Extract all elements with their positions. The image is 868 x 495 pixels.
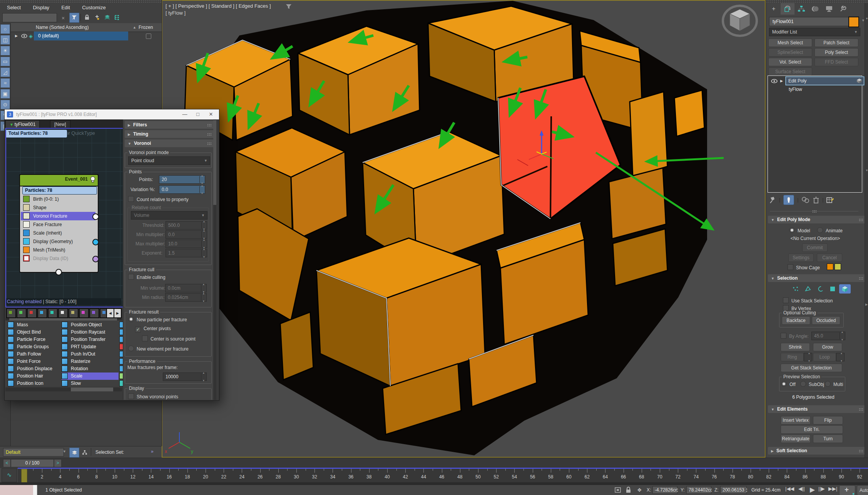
loop-spinner[interactable]: ▲▼ [836,353,845,361]
viewport-filter-icon[interactable] [286,4,292,9]
show-cage-checkbox[interactable]: Show Cage [788,264,820,270]
named-selection-dropdown[interactable]: Default [3,448,64,456]
maximize-button[interactable]: □ [191,109,204,119]
rollout-selection[interactable]: ▼Selection [768,274,866,282]
tabs-scroll-left-icon[interactable]: ◀ [106,308,114,318]
close-button[interactable]: ✕ [204,109,217,119]
previous-frame-button[interactable]: < [3,459,11,467]
palette-hscroll-thumb[interactable] [71,388,113,391]
tab-new-flow[interactable]: [New] [50,120,70,129]
tab-display-icon[interactable] [822,3,836,15]
operator-category-tab[interactable] [37,308,47,318]
commit-button[interactable]: Commit [802,243,828,252]
flip-button[interactable]: Flip [813,416,843,425]
operator-output-socket[interactable] [92,213,99,220]
layers-icon[interactable] [102,13,112,22]
ring-spinner[interactable]: ▲▼ [804,353,812,361]
operator-output-socket[interactable] [92,256,99,262]
viewport-label[interactable]: [ + ] [ Perspective ] [ Standard ] [ Edg… [166,3,271,9]
settings-button[interactable]: Settings [788,253,814,262]
vertex-subobject-icon[interactable] [790,284,801,294]
tab-hierarchy-icon[interactable] [794,3,808,15]
toolbar-overflow-chevron[interactable]: » [151,449,154,454]
x-coord-field[interactable]: -4.72826cm [652,486,677,494]
show-voronoi-points-checkbox[interactable]: Show voronoi points [128,393,178,399]
occluded-button[interactable]: Occluded [812,316,840,325]
poly-select-button[interactable]: Poly Select [814,48,858,57]
event-node-header[interactable]: Event_001 [19,174,99,186]
time-configuration-button[interactable]: + [839,485,855,495]
palette-item-path-follow[interactable]: Path Follow [8,351,60,358]
previous-key-button[interactable]: ◀|| [798,486,805,492]
timeline-ruler[interactable]: 0246810121416182022242628303234363840424… [18,468,868,483]
search-clear-icon[interactable]: × [59,13,68,23]
coordinate-mode-icon[interactable]: ❖ [637,487,642,493]
modifier-visibility-eye-icon[interactable] [771,79,778,83]
maxscript-mini-listener[interactable] [0,485,33,495]
rollout-edit-elements[interactable]: ▼Edit Elements [768,405,866,413]
max-multiplier-spinner[interactable]: 10.0▲▼ [166,240,207,248]
display-shapes-icon[interactable]: ◫ [0,35,10,45]
new-particle-radio[interactable]: New particle per fracture [128,316,187,322]
timeline-playhead[interactable] [21,469,27,483]
center-pivots-checkbox[interactable]: ✓Center pivots [135,326,171,332]
display-cameras-icon[interactable]: ▭ [0,57,10,66]
go-to-start-button[interactable]: |◀◀ [785,486,794,492]
element-subobject-icon[interactable] [839,284,851,294]
edit-tri-button[interactable]: Edit Tri. [781,425,843,434]
cage-color-swatch-2[interactable] [835,263,841,270]
drag-handle-icon[interactable] [859,218,863,221]
center-source-checkbox[interactable]: Center is source point [142,336,196,342]
model-radio[interactable]: Model [789,227,810,233]
tab-modify-icon[interactable] [781,3,794,15]
minimize-button[interactable]: — [178,109,191,119]
operator-category-tab[interactable] [89,308,99,318]
configure-modifier-sets-icon[interactable] [826,196,834,203]
threshold-spinner[interactable]: 500.0▲▼ [166,221,207,230]
palette-item-point-force[interactable]: Point Force [8,358,60,365]
event-enable-bulb-icon[interactable] [90,176,95,183]
operator-category-tab[interactable] [17,308,27,318]
tab-utilities-icon[interactable] [836,3,850,15]
min-radius-spinner[interactable]: 0.0254cm▲▼ [165,293,207,302]
palette-item-particle-groups[interactable]: Particle Groups [8,343,60,351]
lock-selection-icon[interactable] [82,13,92,22]
ring-button[interactable]: Ring [781,353,804,361]
by-angle-spinner[interactable]: 45.0▲▼ [811,332,845,340]
scene-explorer-toggle-icon[interactable] [80,448,89,457]
polygon-subobject-icon[interactable] [827,284,838,294]
max-fractures-spinner[interactable]: 10000▲▼ [163,373,207,381]
variation-spinner[interactable]: 0.0▲▼ [159,185,205,194]
animate-radio[interactable]: Animate [817,227,843,233]
cage-color-swatch-1[interactable] [827,263,833,270]
rollout-voronoi[interactable]: ▼Voronoi [125,139,214,147]
sort-ascending-icon[interactable]: ▲ [133,23,136,32]
display-systems-icon[interactable]: ⊙ [0,100,10,109]
add-objects-icon[interactable] [92,13,102,22]
min-multiplier-spinner[interactable]: 0.0▲▼ [166,230,207,239]
vol-select-button[interactable]: Vol. Select [768,58,812,66]
next-key-button[interactable]: ||▶ [818,486,825,492]
patch-select-button[interactable]: Patch Select [814,39,858,47]
hierarchy-list-icon[interactable] [112,13,122,22]
drag-handle-icon[interactable] [859,277,863,280]
palette-item-position-raycast[interactable]: Position Raycast [62,329,119,336]
go-to-end-button[interactable]: ▶▶| [828,486,837,492]
insert-vertex-button[interactable]: Insert Vertex [781,416,811,425]
panel-scrollbar[interactable]: ▼ ▼ ▶ [865,3,868,485]
palette-item-scale[interactable]: Scale [62,373,119,380]
isolate-selection-icon[interactable] [614,487,621,493]
count-relative-checkbox[interactable]: Count relative to property [128,196,189,202]
tyflow-window-titlebar[interactable]: 3 tyFlow001 : [tyFlow PRO v1.008 Editor]… [5,109,219,119]
drag-handle-icon[interactable] [859,450,863,452]
palette-item-push-in-out[interactable]: Push In/Out [62,351,119,358]
display-containers-icon[interactable]: ▣ [0,89,10,99]
current-frame-field[interactable]: 0 / 100 [11,459,54,467]
stack-expand-icon[interactable]: ▶ [780,77,783,85]
grow-button[interactable]: Grow [813,343,842,351]
operator-scale-inherit-[interactable]: Scale (Inherit) [21,229,95,237]
border-subobject-icon[interactable] [814,284,826,294]
palette-item-position-displace[interactable]: Position Displace [8,365,60,373]
preview-multi-radio[interactable]: Multi [825,381,843,387]
by-angle-checkbox[interactable]: By Angle: [781,333,809,339]
